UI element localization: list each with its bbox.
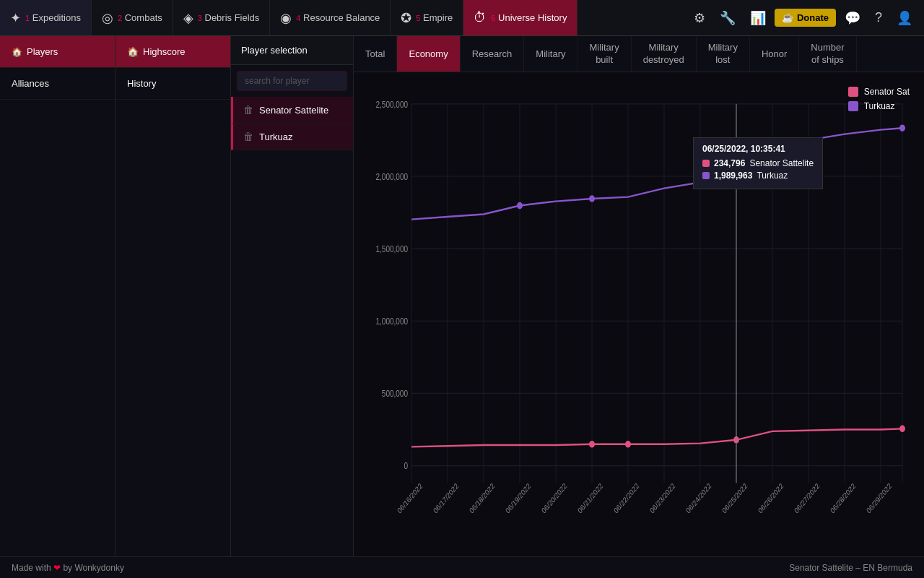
footer: Made with ❤ by Wonkydonky Senator Sattel… [0,556,924,578]
left-sidebar: 🏠 Players Alliances [0,36,116,578]
svg-text:06/22/2022: 06/22/2022 [612,481,640,514]
tab-honor[interactable]: Honor [750,36,799,72]
tools-button[interactable]: 🔧 [714,6,741,30]
svg-text:06/20/2022: 06/20/2022 [540,481,568,514]
expeditions-icon: ✦ [10,10,21,26]
tab-research[interactable]: Research [461,36,525,72]
svg-text:500,000: 500,000 [382,389,408,398]
nav-empire[interactable]: ✪ 5 Empire [391,0,463,35]
svg-text:06/17/2022: 06/17/2022 [432,481,460,514]
tab-number-of-ships[interactable]: Number of ships [799,36,856,72]
second-sidebar: 🏠 Highscore History [116,36,231,578]
help-button[interactable]: ? [869,6,888,30]
tab-military[interactable]: Military [524,36,578,72]
tab-military-destroyed[interactable]: Military destroyed [632,36,697,72]
delete-icon-turkuaz[interactable]: 🗑 [243,131,253,142]
svg-text:06/25/2022: 06/25/2022 [720,481,749,514]
history-icon: ⏱ [474,10,487,25]
footer-universe: Senator Sattelite – EN Bermuda [789,563,912,573]
svg-text:06/16/2022: 06/16/2022 [396,481,424,514]
donate-button[interactable]: ☕ Donate [775,9,836,27]
svg-point-28 [589,195,595,202]
nav-universe-history[interactable]: ⏱ 6 Universe History [463,0,578,35]
delete-icon-senator[interactable]: 🗑 [243,104,253,116]
svg-text:06/29/2022: 06/29/2022 [865,481,893,514]
svg-text:1,500,000: 1,500,000 [376,244,408,254]
player-item-turkuaz[interactable]: 🗑 Turkuaz [231,124,353,150]
spreadsheet-button[interactable]: 📊 [744,6,772,30]
sidebar-history[interactable]: History [116,68,230,100]
svg-point-32 [589,441,595,448]
svg-text:0: 0 [404,462,408,471]
player-selection-title: Player selection [231,36,353,65]
chart-wrapper: Senator Sat Turkuaz 06/25/2022, 10:35:41… [354,72,924,578]
resource-icon: ◉ [280,10,292,26]
svg-text:06/27/2022: 06/27/2022 [793,481,821,514]
svg-text:06/26/2022: 06/26/2022 [757,481,785,514]
tab-military-built[interactable]: Military built [578,36,631,72]
tab-total[interactable]: Total [354,36,397,72]
tab-economy[interactable]: Economy [397,36,460,72]
svg-text:06/24/2022: 06/24/2022 [684,481,712,514]
legend-turkuaz: Turkuaz [848,101,910,111]
svg-point-31 [899,124,905,131]
svg-text:06/21/2022: 06/21/2022 [576,481,604,514]
svg-text:06/23/2022: 06/23/2022 [648,481,676,514]
settings-button[interactable]: ⚙ [688,6,711,30]
chart-svg[interactable]: 2,500,000 2,000,000 1,500,000 1,000,000 … [368,87,910,535]
tab-bar: Total Economy Research Military Military… [354,36,924,72]
heart-icon: ❤ [53,563,63,573]
chart-legend: Senator Sat Turkuaz [848,87,910,111]
svg-text:06/18/2022: 06/18/2022 [468,481,496,514]
tab-military-lost[interactable]: Military lost [697,36,750,72]
sidebar-highscore[interactable]: 🏠 Highscore [116,36,230,68]
combats-icon: ◎ [102,10,113,26]
search-input[interactable] [237,71,347,91]
svg-text:06/19/2022: 06/19/2022 [504,481,532,514]
home-icon-players: 🏠 [12,47,22,57]
top-nav: ✦ 1 Expeditions ◎ 2 Combats ◈ 3 Debris F… [0,0,924,36]
legend-dot-turkuaz [848,101,858,111]
svg-point-35 [899,426,905,433]
debris-icon: ◈ [183,10,193,26]
main-layout: 🏠 Players Alliances 🏠 Highscore History … [0,36,924,578]
discord-button[interactable]: 💬 [839,6,866,30]
empire-icon: ✪ [401,10,411,26]
player-item-senator[interactable]: 🗑 Senator Sattelite [231,97,353,124]
legend-dot-senator [848,87,858,97]
home-icon-highscore: 🏠 [127,46,139,57]
nav-resource-balance[interactable]: ◉ 4 Resource Balance [270,0,391,35]
user-button[interactable]: 👤 [891,6,918,30]
sidebar-alliances[interactable]: Alliances [0,68,115,100]
nav-debris-fields[interactable]: ◈ 3 Debris Fields [173,0,271,35]
svg-text:06/28/2022: 06/28/2022 [829,481,857,514]
svg-text:2,000,000: 2,000,000 [376,172,408,181]
svg-point-29 [697,179,703,186]
legend-senator: Senator Sat [848,87,910,97]
footer-credit: Made with ❤ by Wonkydonky [12,563,124,573]
nav-expeditions[interactable]: ✦ 1 Expeditions [0,0,92,35]
nav-combats[interactable]: ◎ 2 Combats [92,0,173,35]
svg-text:1,000,000: 1,000,000 [376,316,408,326]
svg-point-33 [625,441,631,448]
sidebar-players[interactable]: 🏠 Players [0,36,115,68]
svg-point-27 [517,202,523,210]
nav-right-actions: ⚙ 🔧 📊 ☕ Donate 💬 ? 👤 [688,6,924,30]
svg-text:2,500,000: 2,500,000 [376,100,408,109]
chart-area: Total Economy Research Military Military… [354,36,924,578]
player-selection-panel: Player selection 🗑 Senator Sattelite 🗑 T… [231,36,354,578]
